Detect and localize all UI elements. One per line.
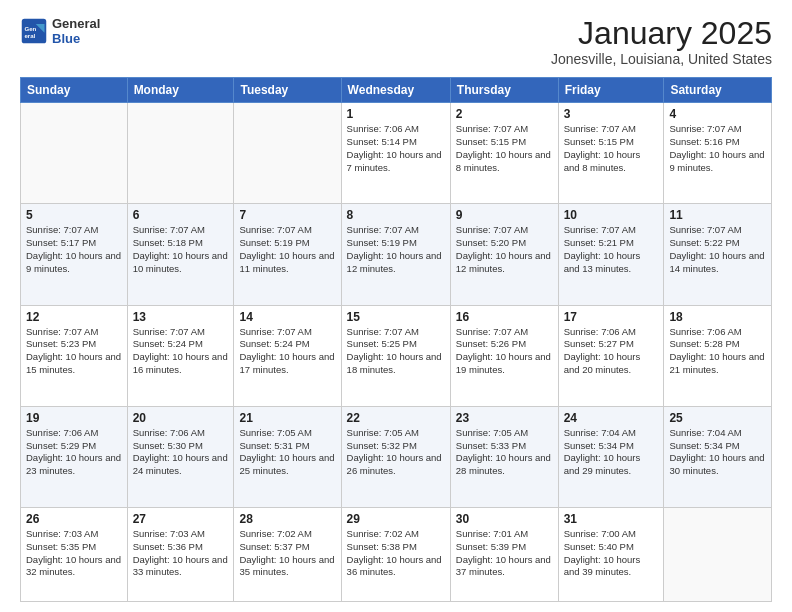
table-row: 6Sunrise: 7:07 AMSunset: 5:18 PMDaylight… <box>127 204 234 305</box>
day-info: Sunrise: 7:06 AMSunset: 5:14 PMDaylight:… <box>347 123 445 174</box>
day-info: Sunrise: 7:07 AMSunset: 5:24 PMDaylight:… <box>239 326 335 377</box>
day-number: 5 <box>26 208 122 222</box>
calendar-week-row: 26Sunrise: 7:03 AMSunset: 5:35 PMDayligh… <box>21 507 772 601</box>
day-number: 2 <box>456 107 553 121</box>
day-info: Sunrise: 7:07 AMSunset: 5:18 PMDaylight:… <box>133 224 229 275</box>
day-number: 12 <box>26 310 122 324</box>
day-info: Sunrise: 7:00 AMSunset: 5:40 PMDaylight:… <box>564 528 659 579</box>
day-number: 3 <box>564 107 659 121</box>
svg-text:Gen: Gen <box>24 25 36 32</box>
col-tuesday: Tuesday <box>234 78 341 103</box>
day-info: Sunrise: 7:02 AMSunset: 5:37 PMDaylight:… <box>239 528 335 579</box>
day-info: Sunrise: 7:05 AMSunset: 5:33 PMDaylight:… <box>456 427 553 478</box>
table-row: 11Sunrise: 7:07 AMSunset: 5:22 PMDayligh… <box>664 204 772 305</box>
table-row: 27Sunrise: 7:03 AMSunset: 5:36 PMDayligh… <box>127 507 234 601</box>
table-row: 31Sunrise: 7:00 AMSunset: 5:40 PMDayligh… <box>558 507 664 601</box>
table-row: 21Sunrise: 7:05 AMSunset: 5:31 PMDayligh… <box>234 406 341 507</box>
table-row: 12Sunrise: 7:07 AMSunset: 5:23 PMDayligh… <box>21 305 128 406</box>
table-row: 22Sunrise: 7:05 AMSunset: 5:32 PMDayligh… <box>341 406 450 507</box>
day-number: 1 <box>347 107 445 121</box>
table-row: 10Sunrise: 7:07 AMSunset: 5:21 PMDayligh… <box>558 204 664 305</box>
day-number: 4 <box>669 107 766 121</box>
day-info: Sunrise: 7:07 AMSunset: 5:19 PMDaylight:… <box>347 224 445 275</box>
table-row: 5Sunrise: 7:07 AMSunset: 5:17 PMDaylight… <box>21 204 128 305</box>
col-saturday: Saturday <box>664 78 772 103</box>
table-row: 30Sunrise: 7:01 AMSunset: 5:39 PMDayligh… <box>450 507 558 601</box>
table-row: 8Sunrise: 7:07 AMSunset: 5:19 PMDaylight… <box>341 204 450 305</box>
day-number: 27 <box>133 512 229 526</box>
day-number: 28 <box>239 512 335 526</box>
svg-text:eral: eral <box>24 32 35 39</box>
header: Gen eral General Blue January 2025 Jones… <box>20 16 772 67</box>
table-row: 29Sunrise: 7:02 AMSunset: 5:38 PMDayligh… <box>341 507 450 601</box>
day-number: 21 <box>239 411 335 425</box>
calendar-week-row: 19Sunrise: 7:06 AMSunset: 5:29 PMDayligh… <box>21 406 772 507</box>
table-row: 4Sunrise: 7:07 AMSunset: 5:16 PMDaylight… <box>664 103 772 204</box>
day-info: Sunrise: 7:07 AMSunset: 5:15 PMDaylight:… <box>456 123 553 174</box>
day-number: 6 <box>133 208 229 222</box>
logo-general-text: General <box>52 16 100 31</box>
logo-icon: Gen eral <box>20 17 48 45</box>
day-info: Sunrise: 7:07 AMSunset: 5:16 PMDaylight:… <box>669 123 766 174</box>
day-number: 25 <box>669 411 766 425</box>
table-row: 19Sunrise: 7:06 AMSunset: 5:29 PMDayligh… <box>21 406 128 507</box>
calendar-week-row: 12Sunrise: 7:07 AMSunset: 5:23 PMDayligh… <box>21 305 772 406</box>
day-info: Sunrise: 7:03 AMSunset: 5:36 PMDaylight:… <box>133 528 229 579</box>
day-info: Sunrise: 7:07 AMSunset: 5:25 PMDaylight:… <box>347 326 445 377</box>
table-row <box>664 507 772 601</box>
day-info: Sunrise: 7:07 AMSunset: 5:26 PMDaylight:… <box>456 326 553 377</box>
day-number: 8 <box>347 208 445 222</box>
day-info: Sunrise: 7:06 AMSunset: 5:29 PMDaylight:… <box>26 427 122 478</box>
day-info: Sunrise: 7:07 AMSunset: 5:23 PMDaylight:… <box>26 326 122 377</box>
day-info: Sunrise: 7:07 AMSunset: 5:21 PMDaylight:… <box>564 224 659 275</box>
col-monday: Monday <box>127 78 234 103</box>
col-thursday: Thursday <box>450 78 558 103</box>
day-number: 10 <box>564 208 659 222</box>
title-block: January 2025 Jonesville, Louisiana, Unit… <box>551 16 772 67</box>
table-row: 20Sunrise: 7:06 AMSunset: 5:30 PMDayligh… <box>127 406 234 507</box>
table-row: 17Sunrise: 7:06 AMSunset: 5:27 PMDayligh… <box>558 305 664 406</box>
logo: Gen eral General Blue <box>20 16 100 46</box>
day-number: 24 <box>564 411 659 425</box>
page: Gen eral General Blue January 2025 Jones… <box>0 0 792 612</box>
day-number: 29 <box>347 512 445 526</box>
day-info: Sunrise: 7:04 AMSunset: 5:34 PMDaylight:… <box>669 427 766 478</box>
day-number: 31 <box>564 512 659 526</box>
day-info: Sunrise: 7:07 AMSunset: 5:20 PMDaylight:… <box>456 224 553 275</box>
table-row: 1Sunrise: 7:06 AMSunset: 5:14 PMDaylight… <box>341 103 450 204</box>
day-number: 18 <box>669 310 766 324</box>
logo-blue-text: Blue <box>52 31 100 46</box>
day-info: Sunrise: 7:06 AMSunset: 5:28 PMDaylight:… <box>669 326 766 377</box>
day-number: 17 <box>564 310 659 324</box>
table-row: 7Sunrise: 7:07 AMSunset: 5:19 PMDaylight… <box>234 204 341 305</box>
day-info: Sunrise: 7:04 AMSunset: 5:34 PMDaylight:… <box>564 427 659 478</box>
table-row: 14Sunrise: 7:07 AMSunset: 5:24 PMDayligh… <box>234 305 341 406</box>
day-info: Sunrise: 7:01 AMSunset: 5:39 PMDaylight:… <box>456 528 553 579</box>
logo-text: General Blue <box>52 16 100 46</box>
col-friday: Friday <box>558 78 664 103</box>
day-number: 22 <box>347 411 445 425</box>
day-info: Sunrise: 7:07 AMSunset: 5:19 PMDaylight:… <box>239 224 335 275</box>
calendar-table: Sunday Monday Tuesday Wednesday Thursday… <box>20 77 772 602</box>
day-info: Sunrise: 7:05 AMSunset: 5:31 PMDaylight:… <box>239 427 335 478</box>
day-number: 13 <box>133 310 229 324</box>
day-number: 9 <box>456 208 553 222</box>
table-row: 28Sunrise: 7:02 AMSunset: 5:37 PMDayligh… <box>234 507 341 601</box>
table-row: 16Sunrise: 7:07 AMSunset: 5:26 PMDayligh… <box>450 305 558 406</box>
day-number: 19 <box>26 411 122 425</box>
day-number: 16 <box>456 310 553 324</box>
table-row <box>234 103 341 204</box>
location: Jonesville, Louisiana, United States <box>551 51 772 67</box>
month-title: January 2025 <box>551 16 772 51</box>
calendar-week-row: 5Sunrise: 7:07 AMSunset: 5:17 PMDaylight… <box>21 204 772 305</box>
col-wednesday: Wednesday <box>341 78 450 103</box>
table-row: 9Sunrise: 7:07 AMSunset: 5:20 PMDaylight… <box>450 204 558 305</box>
col-sunday: Sunday <box>21 78 128 103</box>
table-row: 13Sunrise: 7:07 AMSunset: 5:24 PMDayligh… <box>127 305 234 406</box>
day-info: Sunrise: 7:06 AMSunset: 5:30 PMDaylight:… <box>133 427 229 478</box>
day-number: 30 <box>456 512 553 526</box>
day-number: 20 <box>133 411 229 425</box>
day-number: 11 <box>669 208 766 222</box>
day-info: Sunrise: 7:06 AMSunset: 5:27 PMDaylight:… <box>564 326 659 377</box>
day-number: 23 <box>456 411 553 425</box>
